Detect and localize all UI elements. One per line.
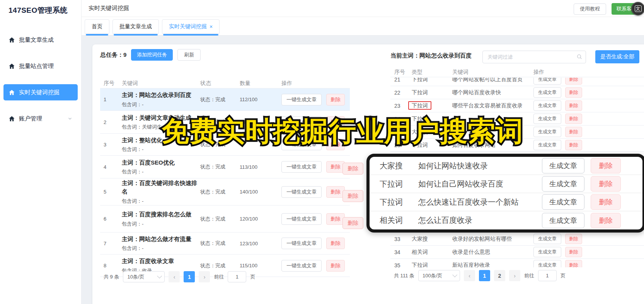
sidebar-item-batch-article[interactable]: 批量文章生成 — [3, 32, 78, 48]
keyword-text: 如何让网站快速收录 — [418, 161, 538, 171]
tab-label: 首页 — [92, 23, 102, 30]
prev-page-button[interactable]: ‹ — [169, 271, 180, 282]
next-page-button[interactable]: › — [509, 270, 520, 281]
generate-article-button[interactable]: 生成文章 — [533, 100, 561, 111]
delete-button[interactable]: 删除 — [565, 234, 582, 244]
delete-button[interactable]: 删除 — [591, 176, 621, 192]
delete-button[interactable]: 删除 — [591, 158, 621, 173]
sidebar-item-realtime-keyword[interactable]: 实时关键词挖掘 — [3, 84, 78, 100]
magnified-table-row: 下拉词如何让自己网站收录百度生成文章删除 — [370, 175, 642, 193]
page-number-button[interactable]: 1 — [479, 270, 490, 281]
generate-article-button[interactable]: 一键生成文章 — [281, 94, 322, 105]
promo-banner-text: 免费实时挖掘行业用户搜索词 — [162, 113, 523, 150]
delete-button[interactable]: 删除 — [326, 186, 345, 198]
total-tasks-label: 总任务： — [100, 51, 123, 58]
delete-button[interactable]: 删除 — [565, 260, 582, 267]
row-actions: 生成文章删除 — [533, 87, 644, 98]
delete-button[interactable]: 删除 — [565, 114, 582, 124]
row-index: 1 — [104, 97, 122, 102]
column-header: 关键词 — [122, 80, 200, 87]
generate-article-button[interactable]: 生成文章 — [542, 213, 584, 228]
delete-button[interactable]: 删除 — [326, 213, 345, 225]
chevron-down-icon — [452, 272, 457, 277]
tab-bar: 首页批量文章生成实时关键词挖掘× — [82, 17, 644, 36]
delete-button[interactable]: 删除 — [565, 100, 582, 111]
goto-page-input[interactable] — [538, 270, 557, 281]
tab-item-1[interactable]: 批量文章生成 — [112, 19, 159, 34]
sidebar-item-account[interactable]: 账户管理 — [3, 110, 78, 127]
generate-article-button[interactable]: 生成文章 — [542, 194, 584, 210]
task-keyword-cell: 主词：百度关键词排名快速排名包含词：- — [122, 179, 200, 205]
generate-article-button[interactable]: 一键生成文章 — [281, 238, 322, 249]
goto-page-input[interactable] — [228, 271, 246, 282]
tutorial-button[interactable]: 使用教程 — [574, 3, 606, 15]
keyword-table-header: 序号类型关键词操作 — [390, 68, 644, 77]
generate-article-button[interactable]: 生成文章 — [533, 78, 561, 85]
row-actions: 生成文章删除 — [533, 78, 644, 85]
generate-article-button[interactable]: 生成文章 — [533, 127, 561, 137]
sidebar-item-label: 批量站点管理 — [19, 63, 54, 70]
row-index: 3 — [104, 142, 122, 148]
tab-home[interactable]: 首页 — [85, 19, 109, 34]
row-actions: 一键生成文章删除 — [281, 238, 350, 249]
highlighted-type-red-box: 下拉词 — [408, 101, 431, 110]
topbar: 实时关键词挖掘 使用教程 联系客服 文 — [82, 0, 644, 17]
keyword-type-cell: 下拉词 — [412, 78, 452, 83]
task-toolbar: 总任务：9 添加挖词任务 刷新 — [100, 49, 350, 61]
generate-article-button[interactable]: 生成文章 — [533, 140, 561, 150]
app-logo: 147SEO管理系统 — [0, 0, 81, 15]
generate-article-button[interactable]: 生成文章 — [542, 176, 584, 192]
delete-button[interactable]: 删除 — [326, 161, 345, 173]
delete-button[interactable]: 删除 — [565, 78, 582, 85]
row-index: 2 — [104, 119, 122, 125]
close-icon[interactable]: × — [210, 24, 213, 29]
current-main-word-label: 当前主词： — [390, 52, 419, 59]
generate-all-button[interactable]: 是否生成:全部 — [595, 50, 639, 63]
generate-article-button[interactable]: 生成文章 — [533, 87, 561, 98]
delete-button[interactable]: 删除 — [565, 127, 582, 137]
generate-article-button[interactable]: 生成文章 — [542, 158, 584, 173]
sidebar-item-label: 实时关键词挖掘 — [19, 89, 60, 96]
delete-button[interactable]: 删除 — [565, 140, 582, 150]
tab-item-2[interactable]: 实时关键词挖掘× — [162, 19, 220, 34]
delete-button[interactable]: 删除 — [591, 213, 621, 228]
generate-article-button[interactable]: 一键生成文章 — [281, 213, 322, 225]
page-size-select[interactable]: 10条/页 — [123, 271, 165, 282]
keyword-filter-input[interactable] — [482, 51, 586, 63]
home-icon — [9, 63, 15, 70]
generate-article-button[interactable]: 一键生成文章 — [281, 186, 322, 198]
status-text: 状态：完成 — [200, 240, 240, 247]
status-text: 状态：完成 — [200, 189, 240, 195]
row-index: 21 — [394, 78, 412, 83]
table-row: 4主词：百度SEO优化包含词：-状态：完成113/100一键生成文章删除 — [100, 156, 350, 178]
column-header: 操作 — [533, 69, 644, 76]
delete-button[interactable]: 删除 — [326, 94, 345, 105]
generate-article-button[interactable]: 一键生成文章 — [281, 260, 322, 272]
refresh-button[interactable]: 刷新 — [177, 49, 201, 61]
delete-button[interactable]: 删除 — [565, 87, 582, 98]
delete-button[interactable]: 删除 — [565, 247, 582, 257]
goto-label: 前往 — [524, 272, 534, 279]
delete-button[interactable]: 删除 — [591, 194, 621, 210]
page-number-button[interactable]: 1 — [184, 271, 195, 282]
generate-article-button[interactable]: 一键生成文章 — [281, 161, 322, 173]
sidebar-item-batch-site[interactable]: 批量站点管理 — [3, 58, 78, 74]
delete-button[interactable]: 删除 — [326, 238, 345, 249]
generate-article-button[interactable]: 生成文章 — [533, 114, 561, 124]
add-task-button[interactable]: 添加挖词任务 — [131, 49, 173, 61]
keyword-text: 哪个网站百度收录快 — [452, 89, 533, 96]
generate-article-button[interactable]: 生成文章 — [533, 234, 561, 244]
page-number-button[interactable]: 2 — [494, 270, 505, 281]
generate-article-button[interactable]: 生成文章 — [533, 247, 561, 257]
prev-page-button[interactable]: ‹ — [464, 270, 475, 281]
quantity-text: 113/100 — [240, 164, 281, 170]
table-row: 21下拉词哪个网站发帖可以上百度首页生成文章删除 — [390, 78, 644, 86]
quantity-text: 123/100 — [240, 241, 281, 246]
next-page-button[interactable]: › — [199, 271, 210, 282]
generate-article-button[interactable]: 生成文章 — [533, 260, 561, 267]
translate-float-icon[interactable]: 文 — [631, 2, 644, 15]
row-actions: 生成文章删除 — [533, 247, 644, 257]
task-keyword-cell: 主词：百度SEO优化包含词：- — [122, 158, 200, 176]
page-size-select[interactable]: 100条/页 — [418, 270, 460, 281]
delete-button[interactable]: 删除 — [326, 260, 345, 272]
